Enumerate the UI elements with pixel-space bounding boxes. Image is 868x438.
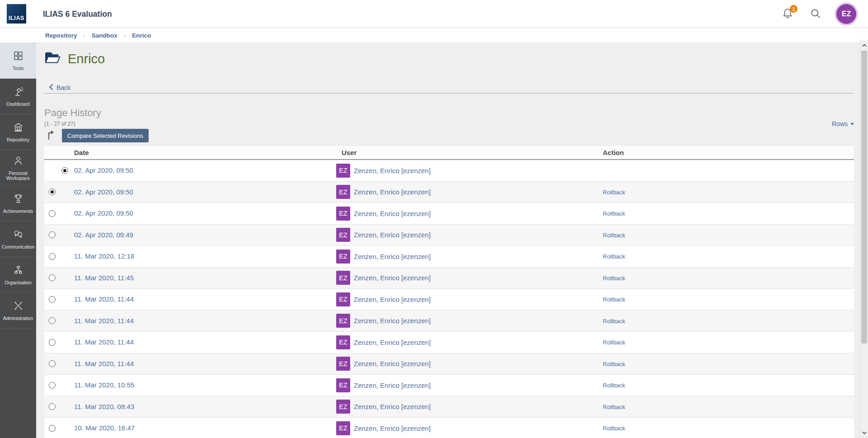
rollback-link[interactable]: Rollback [603, 404, 625, 410]
user-link[interactable]: Zenzen, Enrico [ezenzen] [354, 210, 431, 217]
rollback-link[interactable]: Rollback [603, 275, 625, 282]
revision-radio[interactable] [49, 296, 56, 303]
ilias-logo[interactable]: ILIAS [7, 4, 26, 24]
revision-date-link[interactable]: 10. Mar 2020, 16:47 [74, 424, 135, 432]
user-avatar-badge: EZ [336, 228, 350, 242]
revision-date-link[interactable]: 11. Mar 2020, 11:44 [74, 338, 134, 346]
user-link[interactable]: Zenzen, Enrico [ezenzen] [354, 403, 431, 410]
user-link[interactable]: Zenzen, Enrico [ezenzen] [354, 231, 431, 239]
user-avatar[interactable]: EZ [836, 4, 856, 24]
notifications-button[interactable]: 1 [780, 7, 795, 21]
sidebar-item-dashboard[interactable]: Dashboard [0, 79, 36, 114]
user-link[interactable]: Zenzen, Enrico [ezenzen] [354, 381, 431, 389]
radio-slot-2 [61, 425, 74, 432]
radio-slot-2 [61, 382, 74, 389]
sidebar-item-administration[interactable]: Administration [0, 293, 36, 329]
rows-dropdown[interactable]: Rows [832, 120, 854, 127]
scrollbar-thumb[interactable] [861, 51, 867, 344]
revision-radio[interactable] [49, 403, 56, 410]
table-row: 11. Mar 2020, 11:44EZZenzen, Enrico [eze… [44, 311, 854, 332]
revision-radio[interactable] [49, 317, 56, 324]
table-row: 11. Mar 2020, 11:44EZZenzen, Enrico [eze… [44, 289, 854, 311]
revision-date-link[interactable]: 02. Apr 2020, 09:49 [74, 231, 133, 239]
revision-date-link[interactable]: 11. Mar 2020, 10:55 [74, 381, 134, 389]
table-body: 02. Apr 2020, 09:50EZZenzen, Enrico [eze… [44, 160, 854, 438]
user-avatar-badge: EZ [336, 378, 350, 392]
scroll-up-arrow[interactable] [860, 42, 868, 49]
revision-radio[interactable] [49, 425, 56, 432]
back-link[interactable]: Back [49, 84, 70, 92]
chevron-right-icon: › [124, 32, 126, 39]
user-link[interactable]: Zenzen, Enrico [ezenzen] [354, 296, 431, 303]
breadcrumb-item-enrico[interactable]: Enrico [132, 32, 151, 39]
user-link[interactable]: Zenzen, Enrico [ezenzen] [354, 317, 431, 325]
revision-radio[interactable] [49, 188, 56, 195]
revision-radio[interactable] [49, 339, 56, 346]
search-icon [809, 7, 822, 21]
revision-radio[interactable] [61, 167, 68, 174]
radio-slot-2 [61, 360, 74, 367]
sidebar-item-tools[interactable]: Tools [0, 43, 36, 79]
rollback-link[interactable]: Rollback [603, 232, 625, 239]
revision-date-link[interactable]: 11. Mar 2020, 11:44 [74, 295, 134, 303]
vertical-scrollbar[interactable] [860, 40, 868, 438]
user-link[interactable]: Zenzen, Enrico [ezenzen] [354, 274, 431, 282]
rollback-link[interactable]: Rollback [603, 382, 625, 389]
revision-date-link[interactable]: 11. Mar 2020, 11:44 [74, 360, 134, 367]
search-button[interactable] [808, 7, 823, 21]
revision-date-link[interactable]: 11. Mar 2020, 11:44 [74, 317, 134, 325]
revision-radio[interactable] [49, 253, 56, 260]
user-cell: EZZenzen, Enrico [ezenzen] [336, 292, 603, 306]
revision-date-link[interactable]: 02. Apr 2020, 09:50 [74, 166, 133, 174]
breadcrumb: Repository›Sandbox›Enrico [0, 28, 868, 43]
user-link[interactable]: Zenzen, Enrico [ezenzen] [354, 188, 431, 196]
user-cell: EZZenzen, Enrico [ezenzen] [336, 250, 603, 264]
sidebar-item-repository[interactable]: Repository [0, 114, 36, 150]
sidebar-item-achievements[interactable]: Achievements [0, 186, 36, 221]
rollback-link[interactable]: Rollback [603, 425, 625, 432]
radio-slot-2 [61, 317, 74, 324]
revision-date-link[interactable]: 11. Mar 2020, 11:45 [74, 274, 134, 282]
rollback-link[interactable]: Rollback [603, 253, 625, 260]
user-link[interactable]: Zenzen, Enrico [ezenzen] [354, 360, 431, 367]
action-cell: Rollback [603, 188, 854, 196]
breadcrumb-item-sandbox[interactable]: Sandbox [92, 32, 117, 39]
user-cell: EZZenzen, Enrico [ezenzen] [336, 271, 603, 285]
scroll-down-arrow[interactable] [860, 429, 868, 436]
caret-down-icon [850, 123, 854, 125]
rollback-link[interactable]: Rollback [603, 361, 625, 367]
table-row: 02. Apr 2020, 09:49EZZenzen, Enrico [eze… [44, 225, 854, 246]
user-link[interactable]: Zenzen, Enrico [ezenzen] [354, 253, 431, 260]
user-link[interactable]: Zenzen, Enrico [ezenzen] [354, 167, 431, 174]
date-cell: 11. Mar 2020, 12:18 [74, 252, 336, 260]
sidebar-item-communication[interactable]: Communication [0, 221, 36, 257]
revision-radio[interactable] [49, 274, 56, 281]
org-chart-icon [12, 264, 24, 278]
compare-selected-revisions-button[interactable]: Compare Selected Revisions [62, 129, 149, 142]
rollback-link[interactable]: Rollback [603, 339, 625, 346]
rollback-link[interactable]: Rollback [603, 318, 625, 325]
revision-date-link[interactable]: 11. Mar 2020, 08:43 [74, 403, 134, 410]
sidebar-item-organisation[interactable]: Organisation [0, 257, 36, 293]
revision-radio[interactable] [49, 382, 56, 389]
revision-date-link[interactable]: 11. Mar 2020, 12:18 [74, 252, 134, 260]
date-cell: 11. Mar 2020, 11:44 [74, 338, 336, 346]
radio-slot-1 [49, 360, 61, 367]
user-link[interactable]: Zenzen, Enrico [ezenzen] [354, 339, 431, 346]
revision-radio[interactable] [49, 210, 56, 217]
radio-slot-1 [49, 339, 61, 346]
user-link[interactable]: Zenzen, Enrico [ezenzen] [354, 424, 431, 432]
history-table: Date User Action 02. Apr 2020, 09:50EZZe… [44, 146, 854, 438]
notification-badge: 1 [790, 5, 798, 13]
revision-date-link[interactable]: 02. Apr 2020, 09:50 [74, 188, 133, 196]
rollback-link[interactable]: Rollback [603, 296, 625, 303]
revision-date-link[interactable]: 02. Apr 2020, 09:50 [74, 209, 133, 217]
rollback-link[interactable]: Rollback [603, 210, 625, 217]
revision-radio[interactable] [49, 360, 56, 367]
revision-radio[interactable] [49, 231, 56, 238]
radio-slot-2 [61, 210, 74, 217]
breadcrumb-item-repository[interactable]: Repository [45, 32, 77, 39]
sidebar-item-personal-workspace[interactable]: Personal Workspace [0, 150, 36, 186]
action-cell: Rollback [603, 295, 854, 303]
rollback-link[interactable]: Rollback [603, 189, 625, 196]
